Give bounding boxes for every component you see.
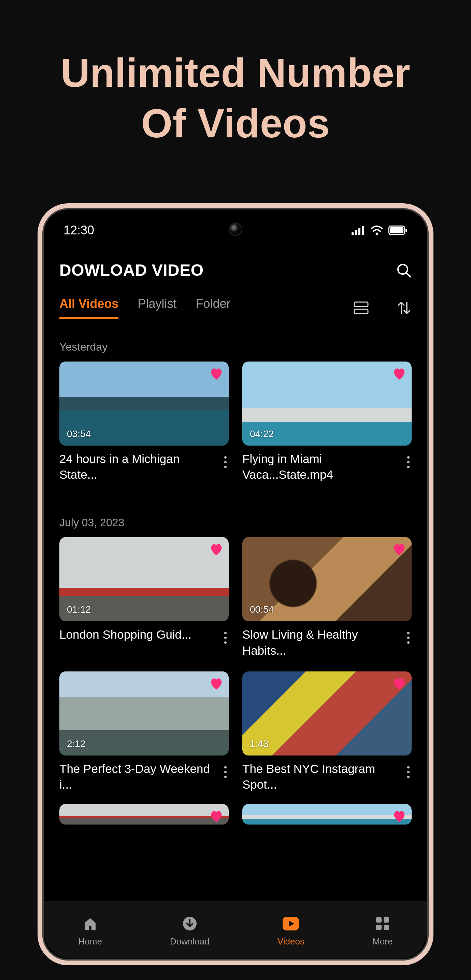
more-options-icon[interactable] (222, 627, 229, 649)
more-options-icon[interactable] (405, 627, 412, 649)
video-duration: 03:54 (67, 428, 91, 439)
video-card[interactable] (242, 804, 412, 824)
tab-folder[interactable]: Folder (195, 297, 230, 319)
video-thumbnail[interactable] (59, 804, 229, 824)
video-thumbnail[interactable]: 1:43 (242, 671, 412, 756)
nav-label: Home (78, 936, 102, 947)
nav-videos[interactable]: Videos (278, 915, 304, 947)
video-card[interactable]: 00:54 Slow Living & Healthy Habits... (242, 537, 412, 660)
video-icon (282, 916, 300, 931)
video-thumbnail[interactable]: 03:54 (59, 361, 229, 445)
video-thumbnail[interactable]: 01:12 (59, 537, 229, 621)
section-heading: Yesterday (59, 321, 412, 361)
page-title: DOWLOAD VIDEO (59, 261, 204, 280)
svg-rect-17 (384, 924, 389, 930)
phone-side-button (433, 475, 433, 584)
heart-icon[interactable] (209, 366, 224, 381)
video-thumbnail[interactable]: 00:54 (242, 537, 412, 621)
nav-label: Videos (278, 936, 304, 947)
svg-rect-7 (406, 229, 407, 232)
heart-icon[interactable] (209, 676, 224, 691)
hero-banner: Unlimited NumberOf Videos (0, 0, 471, 162)
svg-rect-0 (352, 232, 354, 235)
video-title: The Best NYC Instagram Spot... (242, 761, 402, 792)
svg-line-9 (406, 273, 410, 277)
video-card[interactable]: 01:12 London Shopping Guid... (59, 537, 229, 660)
nav-label: More (373, 936, 392, 947)
tab-all-videos[interactable]: All Videos (59, 297, 119, 319)
tab-playlist[interactable]: Playlist (138, 297, 176, 319)
heart-icon[interactable] (392, 366, 407, 381)
video-duration: 01:12 (67, 604, 91, 615)
svg-rect-3 (362, 226, 364, 235)
bottom-nav: Home Download Videos More (44, 901, 427, 958)
nav-home[interactable]: Home (78, 915, 102, 947)
svg-rect-1 (355, 230, 357, 235)
battery-icon (389, 226, 408, 235)
svg-rect-2 (358, 228, 360, 235)
hero-title: Unlimited NumberOf Videos (27, 48, 444, 149)
video-list[interactable]: Yesterday 03:54 24 hours in a Michigan S… (44, 321, 427, 901)
video-thumbnail[interactable]: 04:22 (242, 361, 412, 445)
heart-icon[interactable] (392, 676, 407, 691)
video-title: London Shopping Guid... (59, 627, 219, 643)
heart-icon[interactable] (209, 542, 224, 557)
nav-label: Download (170, 936, 209, 947)
nav-download[interactable]: Download (170, 915, 209, 947)
svg-rect-11 (354, 309, 368, 314)
svg-rect-15 (384, 917, 389, 923)
grid-icon (375, 916, 390, 931)
phone-screen: 12:30 DOWLOAD VIDEO All Videos Playlist … (44, 210, 427, 958)
heart-icon[interactable] (392, 542, 407, 557)
more-options-icon[interactable] (222, 451, 229, 473)
video-duration: 00:54 (250, 604, 274, 615)
heart-icon[interactable] (209, 809, 224, 824)
more-options-icon[interactable] (405, 451, 412, 473)
wifi-icon (370, 225, 384, 235)
nav-more[interactable]: More (373, 915, 392, 947)
phone-frame: 12:30 DOWLOAD VIDEO All Videos Playlist … (38, 203, 433, 965)
phone-camera (229, 223, 242, 236)
signal-icon (352, 226, 365, 235)
tab-bar: All Videos Playlist Folder (44, 283, 427, 321)
video-card[interactable] (59, 804, 229, 824)
svg-point-4 (376, 233, 378, 235)
more-options-icon[interactable] (405, 761, 412, 783)
video-duration: 2:12 (67, 738, 86, 749)
status-time: 12:30 (63, 223, 94, 237)
status-icons (352, 225, 408, 235)
video-card[interactable]: 04:22 Flying in Miami Vaca...State.mp4 (242, 361, 412, 485)
video-thumbnail[interactable] (242, 804, 412, 824)
video-title: Flying in Miami Vaca...State.mp4 (242, 451, 402, 482)
sort-icon[interactable] (396, 301, 412, 315)
phone-side-button (433, 386, 433, 451)
video-card[interactable]: 03:54 24 hours in a Michigan State... (59, 361, 229, 485)
heart-icon[interactable] (392, 809, 407, 824)
home-icon (82, 915, 98, 932)
search-icon[interactable] (396, 262, 412, 278)
video-card[interactable]: 2:12 The Perfect 3-Day Weekend i... (59, 671, 229, 794)
video-thumbnail[interactable]: 2:12 (59, 671, 229, 756)
svg-rect-10 (354, 302, 368, 307)
video-title: The Perfect 3-Day Weekend i... (59, 761, 219, 792)
video-title: 24 hours in a Michigan State... (59, 451, 219, 482)
section-heading: July 03, 2023 (59, 497, 412, 537)
svg-rect-14 (376, 917, 382, 923)
video-duration: 1:43 (250, 738, 269, 749)
video-duration: 04:22 (250, 428, 274, 439)
view-toggle-icon[interactable] (354, 301, 369, 315)
app-header: DOWLOAD VIDEO (44, 242, 427, 283)
video-card[interactable]: 1:43 The Best NYC Instagram Spot... (242, 671, 412, 794)
more-options-icon[interactable] (222, 761, 229, 783)
svg-rect-16 (376, 924, 382, 930)
download-icon (182, 915, 198, 932)
video-title: Slow Living & Healthy Habits... (242, 627, 402, 658)
svg-rect-6 (390, 227, 403, 233)
